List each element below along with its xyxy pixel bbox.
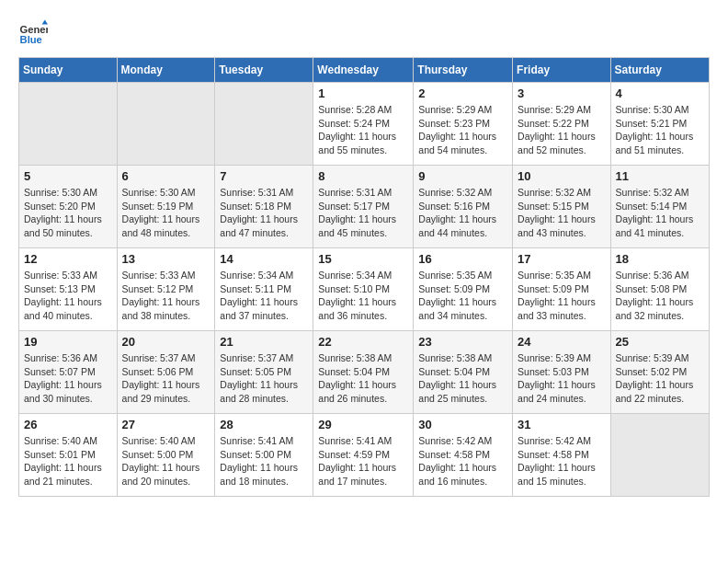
day-info: Sunrise: 5:37 AM Sunset: 5:06 PM Dayligh… (122, 351, 210, 406)
day-info: Sunrise: 5:28 AM Sunset: 5:24 PM Dayligh… (318, 103, 408, 157)
day-number: 9 (418, 169, 507, 183)
calendar-cell: 16Sunrise: 5:35 AM Sunset: 5:09 PM Dayli… (414, 248, 513, 331)
calendar-cell: 23Sunrise: 5:38 AM Sunset: 5:04 PM Dayli… (414, 331, 513, 414)
day-info: Sunrise: 5:30 AM Sunset: 5:21 PM Dayligh… (616, 103, 704, 157)
calendar-cell: 19Sunrise: 5:36 AM Sunset: 5:07 PM Dayli… (19, 331, 118, 414)
calendar-cell: 5Sunrise: 5:30 AM Sunset: 5:20 PM Daylig… (19, 166, 118, 248)
day-number: 5 (24, 169, 112, 183)
day-number: 19 (24, 335, 112, 349)
day-header-monday: Monday (117, 58, 215, 83)
day-info: Sunrise: 5:30 AM Sunset: 5:20 PM Dayligh… (24, 186, 112, 240)
day-number: 12 (24, 252, 112, 266)
calendar-week-row: 1Sunrise: 5:28 AM Sunset: 5:24 PM Daylig… (19, 83, 710, 166)
logo-icon: General Blue (18, 18, 48, 48)
day-number: 7 (220, 169, 308, 183)
day-info: Sunrise: 5:40 AM Sunset: 5:00 PM Dayligh… (122, 434, 210, 488)
day-header-friday: Friday (513, 58, 611, 83)
day-number: 18 (616, 252, 704, 266)
calendar-cell: 31Sunrise: 5:42 AM Sunset: 4:58 PM Dayli… (513, 414, 611, 497)
calendar-cell: 2Sunrise: 5:29 AM Sunset: 5:23 PM Daylig… (414, 83, 513, 166)
day-header-thursday: Thursday (414, 58, 513, 83)
calendar-cell: 30Sunrise: 5:42 AM Sunset: 4:58 PM Dayli… (414, 414, 513, 497)
calendar-week-row: 12Sunrise: 5:33 AM Sunset: 5:13 PM Dayli… (19, 248, 710, 331)
calendar-cell (610, 414, 709, 497)
calendar-cell: 24Sunrise: 5:39 AM Sunset: 5:03 PM Dayli… (513, 331, 611, 414)
day-number: 8 (318, 169, 408, 183)
calendar-cell: 18Sunrise: 5:36 AM Sunset: 5:08 PM Dayli… (610, 248, 709, 331)
day-info: Sunrise: 5:41 AM Sunset: 5:00 PM Dayligh… (220, 434, 308, 488)
calendar-cell: 4Sunrise: 5:30 AM Sunset: 5:21 PM Daylig… (610, 83, 709, 166)
day-info: Sunrise: 5:41 AM Sunset: 4:59 PM Dayligh… (318, 434, 408, 488)
calendar-cell: 22Sunrise: 5:38 AM Sunset: 5:04 PM Dayli… (313, 331, 414, 414)
day-number: 3 (518, 86, 606, 100)
day-number: 17 (518, 252, 606, 266)
calendar-cell: 25Sunrise: 5:39 AM Sunset: 5:02 PM Dayli… (610, 331, 709, 414)
calendar-cell: 10Sunrise: 5:32 AM Sunset: 5:15 PM Dayli… (513, 166, 611, 248)
day-info: Sunrise: 5:34 AM Sunset: 5:10 PM Dayligh… (318, 269, 408, 323)
day-info: Sunrise: 5:34 AM Sunset: 5:11 PM Dayligh… (220, 269, 308, 323)
day-info: Sunrise: 5:29 AM Sunset: 5:23 PM Dayligh… (418, 103, 507, 157)
day-number: 21 (220, 335, 308, 349)
calendar-cell: 26Sunrise: 5:40 AM Sunset: 5:01 PM Dayli… (19, 414, 118, 497)
day-info: Sunrise: 5:32 AM Sunset: 5:15 PM Dayligh… (518, 186, 606, 240)
calendar-header-row: SundayMondayTuesdayWednesdayThursdayFrid… (19, 58, 710, 83)
calendar-cell: 21Sunrise: 5:37 AM Sunset: 5:05 PM Dayli… (215, 331, 313, 414)
day-info: Sunrise: 5:39 AM Sunset: 5:03 PM Dayligh… (518, 351, 606, 406)
day-number: 25 (616, 335, 704, 349)
day-info: Sunrise: 5:39 AM Sunset: 5:02 PM Dayligh… (616, 351, 704, 406)
day-number: 6 (122, 169, 210, 183)
day-info: Sunrise: 5:40 AM Sunset: 5:01 PM Dayligh… (24, 434, 112, 488)
calendar-cell: 29Sunrise: 5:41 AM Sunset: 4:59 PM Dayli… (313, 414, 414, 497)
day-info: Sunrise: 5:38 AM Sunset: 5:04 PM Dayligh… (318, 351, 408, 406)
day-number: 24 (518, 335, 606, 349)
day-info: Sunrise: 5:29 AM Sunset: 5:22 PM Dayligh… (518, 103, 606, 157)
day-info: Sunrise: 5:36 AM Sunset: 5:07 PM Dayligh… (24, 351, 112, 406)
calendar-cell: 20Sunrise: 5:37 AM Sunset: 5:06 PM Dayli… (117, 331, 215, 414)
calendar-cell: 8Sunrise: 5:31 AM Sunset: 5:17 PM Daylig… (313, 166, 414, 248)
calendar-cell: 13Sunrise: 5:33 AM Sunset: 5:12 PM Dayli… (117, 248, 215, 331)
calendar-week-row: 26Sunrise: 5:40 AM Sunset: 5:01 PM Dayli… (19, 414, 710, 497)
day-number: 1 (318, 86, 408, 100)
day-number: 28 (220, 418, 308, 431)
day-info: Sunrise: 5:33 AM Sunset: 5:13 PM Dayligh… (24, 269, 112, 323)
day-number: 30 (418, 418, 507, 431)
calendar-cell: 15Sunrise: 5:34 AM Sunset: 5:10 PM Dayli… (313, 248, 414, 331)
day-number: 11 (616, 169, 704, 183)
day-info: Sunrise: 5:37 AM Sunset: 5:05 PM Dayligh… (220, 351, 308, 406)
calendar-week-row: 19Sunrise: 5:36 AM Sunset: 5:07 PM Dayli… (19, 331, 710, 414)
calendar-cell: 3Sunrise: 5:29 AM Sunset: 5:22 PM Daylig… (513, 83, 611, 166)
day-info: Sunrise: 5:35 AM Sunset: 5:09 PM Dayligh… (518, 269, 606, 323)
calendar-table: SundayMondayTuesdayWednesdayThursdayFrid… (18, 57, 710, 497)
day-header-tuesday: Tuesday (215, 58, 313, 83)
day-header-saturday: Saturday (610, 58, 709, 83)
day-number: 14 (220, 252, 308, 266)
day-info: Sunrise: 5:33 AM Sunset: 5:12 PM Dayligh… (122, 269, 210, 323)
day-number: 29 (318, 418, 408, 431)
calendar-cell: 28Sunrise: 5:41 AM Sunset: 5:00 PM Dayli… (215, 414, 313, 497)
day-info: Sunrise: 5:31 AM Sunset: 5:18 PM Dayligh… (220, 186, 308, 240)
day-number: 4 (616, 86, 704, 100)
calendar-cell: 1Sunrise: 5:28 AM Sunset: 5:24 PM Daylig… (313, 83, 414, 166)
day-number: 26 (24, 418, 112, 431)
logo: General Blue (18, 18, 51, 48)
calendar-cell: 9Sunrise: 5:32 AM Sunset: 5:16 PM Daylig… (414, 166, 513, 248)
calendar-cell: 14Sunrise: 5:34 AM Sunset: 5:11 PM Dayli… (215, 248, 313, 331)
day-number: 16 (418, 252, 507, 266)
day-info: Sunrise: 5:31 AM Sunset: 5:17 PM Dayligh… (318, 186, 408, 240)
calendar-cell (215, 83, 313, 166)
calendar-cell (19, 83, 118, 166)
day-header-sunday: Sunday (19, 58, 118, 83)
day-info: Sunrise: 5:36 AM Sunset: 5:08 PM Dayligh… (616, 269, 704, 323)
day-number: 31 (518, 418, 606, 431)
day-header-wednesday: Wednesday (313, 58, 414, 83)
day-number: 2 (418, 86, 507, 100)
day-number: 20 (122, 335, 210, 349)
day-info: Sunrise: 5:42 AM Sunset: 4:58 PM Dayligh… (418, 434, 507, 488)
calendar-cell: 17Sunrise: 5:35 AM Sunset: 5:09 PM Dayli… (513, 248, 611, 331)
page-header: General Blue (18, 18, 710, 48)
svg-text:Blue: Blue (20, 34, 42, 45)
calendar-cell (117, 83, 215, 166)
day-info: Sunrise: 5:42 AM Sunset: 4:58 PM Dayligh… (518, 434, 606, 488)
day-info: Sunrise: 5:30 AM Sunset: 5:19 PM Dayligh… (122, 186, 210, 240)
svg-text:General: General (20, 24, 48, 35)
